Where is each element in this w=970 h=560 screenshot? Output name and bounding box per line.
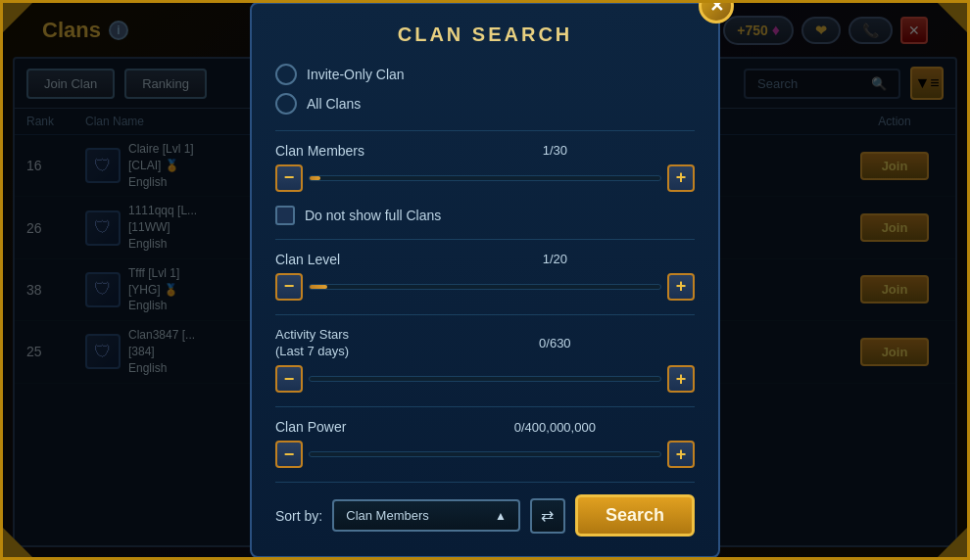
modal-title: CLAN SEARCH xyxy=(275,23,695,46)
clan-power-controls: − + xyxy=(275,441,695,468)
clan-level-fill xyxy=(310,285,327,289)
clan-members-label-row: Clan Members 1/30 xyxy=(275,143,695,159)
radio-invite-only[interactable]: Invite-Only Clan xyxy=(275,64,695,85)
radio-group: Invite-Only Clan All Clans xyxy=(275,64,695,115)
clan-power-label-row: Clan Power 0/400,000,000 xyxy=(275,419,695,435)
activity-stars-label-row: Activity Stars (Last 7 days) 0/630 xyxy=(275,327,695,360)
activity-stars-track[interactable] xyxy=(309,376,661,382)
sort-dropdown-value: Clan Members xyxy=(346,508,487,523)
clan-members-value: 1/30 xyxy=(415,143,695,158)
clan-level-dec-button[interactable]: − xyxy=(275,273,303,301)
modal-overlay: ✕ CLAN SEARCH Invite-Only Clan All Clans xyxy=(3,3,967,557)
sort-by-label: Sort by: xyxy=(275,508,322,524)
clan-members-controls: − + xyxy=(275,164,695,192)
clan-members-section: Clan Members 1/30 − + xyxy=(275,143,695,192)
divider-2 xyxy=(275,239,695,240)
clan-power-dec-button[interactable]: − xyxy=(275,441,303,468)
activity-stars-dec-button[interactable]: − xyxy=(275,365,303,393)
activity-stars-label: Activity Stars (Last 7 days) xyxy=(275,327,415,360)
clan-power-label: Clan Power xyxy=(275,419,415,435)
radio-label-all: All Clans xyxy=(307,96,361,112)
clan-level-label-row: Clan Level 1/20 xyxy=(275,252,695,267)
clan-members-dec-button[interactable]: − xyxy=(275,164,303,192)
game-frame: Clans i +750 ♦ ❤ 📞 ✕ Join Clan Ranking xyxy=(0,0,970,560)
activity-stars-section: Activity Stars (Last 7 days) 0/630 − + xyxy=(275,327,695,394)
sort-order-icon: ⇄ xyxy=(541,506,554,525)
clan-power-section: Clan Power 0/400,000,000 − + xyxy=(275,419,695,468)
sort-section: Sort by: Clan Members ▲ ⇄ Search xyxy=(275,494,695,537)
clan-level-label: Clan Level xyxy=(275,252,415,267)
activity-stars-value: 0/630 xyxy=(415,336,695,350)
activity-stars-controls: − + xyxy=(275,365,695,393)
clan-members-track[interactable] xyxy=(309,175,661,181)
clan-level-controls: − + xyxy=(275,273,695,301)
sort-order-button[interactable]: ⇄ xyxy=(530,498,565,534)
radio-label-invite: Invite-Only Clan xyxy=(307,67,405,82)
clan-members-label: Clan Members xyxy=(275,143,415,159)
do-not-show-full-row[interactable]: Do not show full Clans xyxy=(275,206,695,225)
do-not-show-full-checkbox[interactable] xyxy=(275,206,295,225)
sort-dropdown[interactable]: Clan Members ▲ xyxy=(332,499,520,532)
clan-level-track[interactable] xyxy=(309,284,661,290)
activity-stars-inc-button[interactable]: + xyxy=(667,365,695,393)
clan-power-value: 0/400,000,000 xyxy=(415,420,695,435)
radio-circle-all xyxy=(275,93,297,115)
do-not-show-full-label: Do not show full Clans xyxy=(305,208,441,223)
divider-4 xyxy=(275,406,695,407)
radio-circle-invite xyxy=(275,64,297,85)
clan-level-value: 1/20 xyxy=(415,252,695,266)
divider-5 xyxy=(275,482,695,483)
clan-members-inc-button[interactable]: + xyxy=(667,164,695,192)
divider-1 xyxy=(275,130,695,131)
clan-power-track[interactable] xyxy=(309,451,661,457)
search-button[interactable]: Search xyxy=(575,494,695,537)
clan-level-section: Clan Level 1/20 − + xyxy=(275,252,695,301)
clan-search-modal: ✕ CLAN SEARCH Invite-Only Clan All Clans xyxy=(250,2,720,559)
radio-all-clans[interactable]: All Clans xyxy=(275,93,695,115)
modal-close-button[interactable]: ✕ xyxy=(699,0,734,23)
divider-3 xyxy=(275,314,695,315)
clan-level-inc-button[interactable]: + xyxy=(667,273,695,301)
clan-members-fill xyxy=(310,176,320,180)
chevron-up-icon: ▲ xyxy=(495,509,507,523)
clan-power-inc-button[interactable]: + xyxy=(667,441,695,468)
